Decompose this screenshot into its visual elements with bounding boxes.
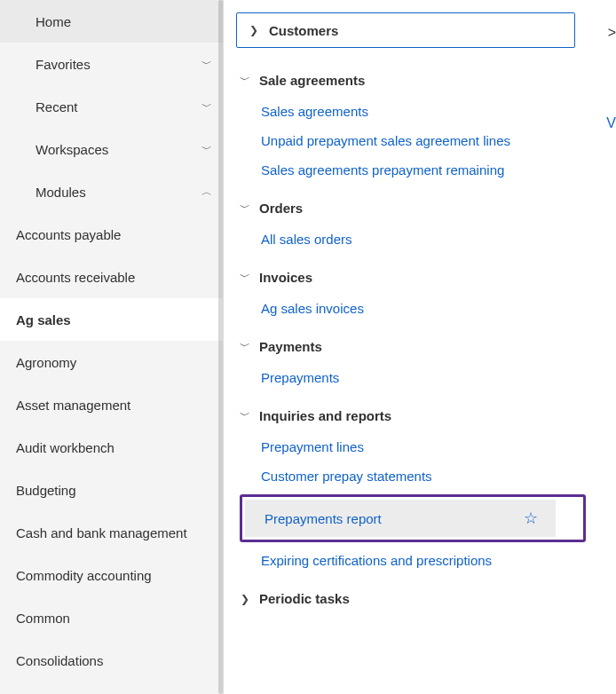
module-label: Common — [16, 611, 70, 626]
panel-link-peek: V — [606, 115, 616, 131]
section-header[interactable]: ❯Periodic tasks — [236, 582, 611, 615]
module-item-common[interactable]: Common — [0, 596, 223, 639]
link-customer-prepay-statements[interactable]: Customer prepay statements — [236, 461, 547, 491]
customers-selector[interactable]: ❯ Customers — [236, 12, 575, 48]
chevron-down-icon: ﹀ — [240, 408, 250, 423]
section-label: Periodic tasks — [259, 591, 350, 606]
module-item-budgeting[interactable]: Budgeting — [0, 469, 223, 511]
section-label: Payments — [259, 339, 322, 354]
section-payments: ﹀PaymentsPrepayments — [236, 330, 611, 392]
chevron-right-icon: ❯ — [240, 593, 250, 605]
link-ag-sales-invoices[interactable]: Ag sales invoices — [236, 294, 547, 323]
chevron-down-icon: ﹀ — [240, 201, 250, 216]
section-label: Sale agreements — [259, 73, 365, 88]
module-item-accounts-receivable[interactable]: Accounts receivable — [0, 256, 223, 298]
module-label: Consolidations — [16, 653, 103, 668]
nav-item-modules[interactable]: Modules︿ — [0, 170, 223, 213]
chevron-down-icon: ﹀ — [201, 142, 212, 157]
module-item-agronomy[interactable]: Agronomy — [0, 341, 223, 383]
link-prepayment-lines[interactable]: Prepayment lines — [236, 432, 547, 461]
star-icon[interactable]: ☆ — [524, 509, 538, 528]
chevron-down-icon: ﹀ — [240, 270, 250, 285]
sidebar: HomeFavorites﹀Recent﹀Workspaces﹀Modules︿… — [0, 0, 224, 694]
highlighted-link-box: Prepayments report☆ — [240, 494, 586, 542]
nav-item-recent[interactable]: Recent﹀ — [0, 85, 223, 128]
link-sales-agreements[interactable]: Sales agreements — [236, 97, 547, 126]
section-header[interactable]: ﹀Invoices — [236, 261, 611, 294]
module-item-cash-and-bank-management[interactable]: Cash and bank management — [0, 511, 223, 554]
section-label: Orders — [259, 201, 303, 216]
chevron-right-icon: ❯ — [249, 24, 258, 36]
chevron-down-icon: ﹀ — [240, 339, 250, 354]
section-sale-agreements: ﹀Sale agreementsSales agreementsUnpaid p… — [236, 64, 611, 185]
module-label: Cash and bank management — [16, 525, 187, 540]
link-label: Prepayments report — [265, 511, 382, 526]
module-item-commodity-accounting[interactable]: Commodity accounting — [0, 554, 223, 596]
section-orders: ﹀OrdersAll sales orders — [236, 192, 611, 254]
module-label: Agronomy — [16, 355, 76, 370]
module-item-consolidations[interactable]: Consolidations — [0, 639, 223, 682]
link-expiring-certifications-and-prescriptions[interactable]: Expiring certifications and prescription… — [236, 546, 547, 575]
chevron-down-icon: ﹀ — [240, 73, 250, 88]
module-label: Commodity accounting — [16, 568, 152, 583]
module-item-audit-workbench[interactable]: Audit workbench — [0, 426, 223, 469]
link-prepayments[interactable]: Prepayments — [236, 363, 547, 392]
link-sales-agreements-prepayment-remaining[interactable]: Sales agreements prepayment remaining — [236, 155, 547, 185]
nav-item-home[interactable]: Home — [0, 0, 223, 43]
section-label: Invoices — [259, 270, 312, 285]
module-label: Asset management — [16, 398, 130, 413]
nav-item-workspaces[interactable]: Workspaces﹀ — [0, 128, 223, 170]
module-label: Accounts payable — [16, 227, 121, 242]
module-item-asset-management[interactable]: Asset management — [0, 383, 223, 426]
nav-label: Home — [36, 14, 212, 29]
nav-label: Favorites — [36, 57, 201, 72]
module-label: Audit workbench — [16, 440, 115, 455]
content-panel: > V ❯ Customers ﹀Sale agreementsSales ag… — [224, 0, 616, 694]
section-inquiries-and-reports: ﹀Inquiries and reportsPrepayment linesCu… — [236, 399, 611, 575]
section-label: Inquiries and reports — [259, 408, 391, 423]
module-item-ag-sales[interactable]: Ag sales — [0, 298, 223, 341]
link-unpaid-prepayment-sales-agreement-lines[interactable]: Unpaid prepayment sales agreement lines — [236, 126, 547, 155]
section-header[interactable]: ﹀Sale agreements — [236, 64, 611, 97]
panel-collapse-peek: > — [608, 25, 616, 41]
nav-label: Modules — [36, 185, 201, 200]
module-label: Ag sales — [16, 312, 71, 327]
link-prepayments-report[interactable]: Prepayments report☆ — [245, 500, 556, 537]
chevron-down-icon: ﹀ — [201, 99, 212, 114]
customers-label: Customers — [269, 23, 338, 38]
module-label: Accounts receivable — [16, 270, 135, 285]
section-header[interactable]: ﹀Orders — [236, 192, 611, 225]
nav-label: Workspaces — [36, 142, 201, 157]
nav-item-favorites[interactable]: Favorites﹀ — [0, 43, 223, 85]
section-header[interactable]: ﹀Inquiries and reports — [236, 399, 611, 432]
nav-label: Recent — [36, 99, 201, 114]
module-item-accounts-payable[interactable]: Accounts payable — [0, 213, 223, 256]
section-header[interactable]: ﹀Payments — [236, 330, 611, 363]
section-invoices: ﹀InvoicesAg sales invoices — [236, 261, 611, 323]
module-label: Budgeting — [16, 483, 76, 498]
section-periodic-tasks: ❯Periodic tasks — [236, 582, 611, 615]
chevron-up-icon: ︿ — [201, 185, 212, 200]
link-all-sales-orders[interactable]: All sales orders — [236, 225, 547, 254]
chevron-down-icon: ﹀ — [201, 57, 212, 72]
